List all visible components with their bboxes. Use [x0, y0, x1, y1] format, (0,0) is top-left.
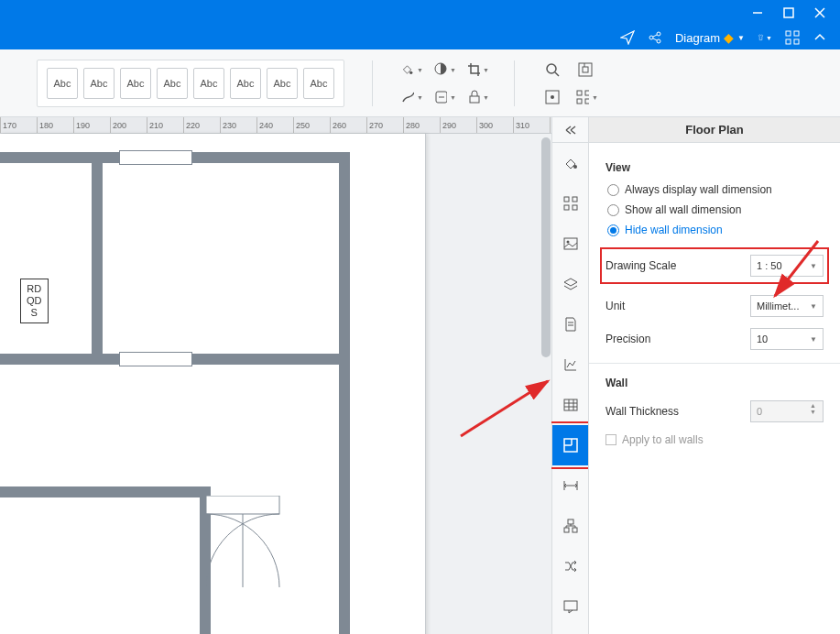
image-tab-icon[interactable]	[552, 224, 589, 264]
lock-icon[interactable]: ▼	[466, 87, 486, 107]
precision-select[interactable]: 10 ▼	[750, 328, 824, 350]
drawing-scale-select[interactable]: 1 : 50 ▼	[750, 255, 824, 277]
chevron-down-icon: ▼	[737, 34, 745, 42]
svg-point-13	[409, 71, 412, 73]
radio-label: Always display wall dimension	[625, 183, 772, 196]
wall-heading: Wall	[605, 377, 824, 389]
separator	[514, 60, 515, 106]
svg-rect-26	[585, 91, 589, 95]
style-preset[interactable]: Abc	[120, 68, 151, 99]
unit-row: Unit Millimet... ▼	[605, 295, 824, 317]
svg-line-19	[555, 72, 559, 76]
page-tab-icon[interactable]	[552, 304, 589, 344]
apps-icon[interactable]	[785, 30, 800, 45]
fixture-shape	[206, 496, 307, 596]
dimension-tab-icon[interactable]	[552, 465, 589, 506]
svg-point-37	[566, 241, 569, 244]
fit-icon[interactable]	[542, 87, 562, 107]
svg-point-18	[547, 64, 556, 73]
label-line: QD	[27, 295, 42, 307]
text-icon[interactable]: ▼	[433, 87, 453, 107]
unit-select[interactable]: Millimet... ▼	[750, 295, 824, 317]
chart-tab-icon[interactable]	[552, 344, 589, 385]
share-icon[interactable]	[648, 30, 662, 45]
label-box[interactable]: RD QD S	[20, 279, 49, 323]
style-preset[interactable]: Abc	[267, 68, 298, 99]
hierarchy-tab-icon[interactable]	[552, 506, 589, 546]
svg-rect-40	[564, 399, 577, 410]
apply-all-walls[interactable]: Apply to all walls	[605, 433, 824, 446]
shape-style-gallery[interactable]: Abc Abc Abc Abc Abc Abc Abc Abc	[37, 60, 344, 107]
view-heading: View	[605, 161, 824, 174]
svg-line-7	[653, 35, 657, 37]
style-preset[interactable]: Abc	[47, 68, 78, 99]
style-preset[interactable]: Abc	[193, 68, 224, 99]
theme-tab-icon[interactable]	[552, 143, 589, 183]
format-toolbar: Abc Abc Abc Abc Abc Abc Abc Abc ▼ ▼ ▼ ▼ …	[0, 49, 840, 117]
svg-rect-51	[568, 519, 573, 524]
line-icon[interactable]: ▼	[400, 87, 420, 107]
minimize-button[interactable]	[750, 5, 765, 20]
select-value: 10	[757, 333, 768, 344]
collapse-panel-icon[interactable]	[552, 117, 589, 143]
radio-show-all[interactable]: Show all wall dimension	[605, 203, 824, 216]
maximize-button[interactable]	[781, 5, 796, 20]
close-button[interactable]	[813, 5, 827, 20]
chevron-down-icon: ▼	[810, 335, 817, 344]
shadow-icon[interactable]: ▼	[433, 60, 453, 80]
svg-rect-10	[794, 31, 799, 36]
vertical-scrollbar[interactable]	[540, 134, 551, 634]
panel-title: Floor Plan	[589, 117, 840, 143]
wall-thickness-row: Wall Thickness 0 ▲▼	[605, 400, 824, 422]
floorplan-tab-icon[interactable]	[552, 425, 589, 465]
separator	[372, 60, 373, 106]
radio-hide[interactable]: Hide wall dimension	[605, 224, 824, 236]
svg-rect-33	[573, 197, 577, 202]
style-preset[interactable]: Abc	[83, 68, 115, 99]
style-preset[interactable]: Abc	[230, 68, 261, 99]
radio-icon	[607, 224, 619, 236]
svg-point-6	[657, 39, 660, 43]
select-value: Millimet...	[757, 301, 799, 312]
svg-rect-32	[564, 197, 569, 202]
field-label: Wall Thickness	[605, 405, 679, 418]
radio-always-display[interactable]: Always display wall dimension	[605, 183, 824, 196]
drawing-scale-row: Drawing Scale 1 : 50 ▼	[600, 247, 829, 284]
svg-rect-58	[564, 601, 577, 610]
radio-label: Hide wall dimension	[625, 224, 723, 236]
send-icon[interactable]	[620, 30, 635, 45]
canvas[interactable]: 170180190200 210220230240 250260270280 2…	[0, 117, 551, 634]
precision-row: Precision 10 ▼	[605, 328, 824, 350]
focus-icon[interactable]	[575, 60, 595, 80]
drawing-page[interactable]: RD QD S	[0, 134, 426, 634]
table-tab-icon[interactable]	[552, 385, 589, 425]
svg-rect-21	[583, 67, 588, 72]
grid-icon[interactable]: ▼	[575, 87, 595, 107]
svg-rect-12	[794, 39, 799, 44]
chevron-up-icon[interactable]: ▲	[810, 402, 821, 409]
wall-thickness-input[interactable]: 0 ▲▼	[750, 400, 824, 422]
diagram-menu[interactable]: Diagram ◆ ▼	[675, 30, 745, 45]
fill-icon[interactable]: ▼	[400, 60, 420, 80]
svg-rect-20	[579, 63, 592, 76]
svg-point-31	[573, 165, 577, 169]
radio-icon	[607, 204, 619, 216]
chevron-down-icon[interactable]: ▼	[810, 409, 821, 415]
tshirt-icon[interactable]: ▼	[758, 30, 772, 45]
svg-point-24	[551, 95, 554, 99]
layout-tab-icon[interactable]	[552, 183, 589, 224]
titlebar: Diagram ◆ ▼ ▼	[0, 0, 840, 49]
svg-point-4	[649, 36, 653, 39]
layers-tab-icon[interactable]	[552, 264, 589, 304]
shuffle-tab-icon[interactable]	[552, 546, 589, 586]
svg-rect-17	[470, 96, 479, 103]
divider	[589, 363, 840, 364]
style-preset[interactable]: Abc	[157, 68, 188, 99]
svg-rect-28	[585, 99, 589, 104]
diamond-icon: ◆	[724, 30, 734, 45]
crop-icon[interactable]: ▼	[466, 60, 486, 80]
comment-tab-icon[interactable]	[552, 586, 589, 627]
style-preset[interactable]: Abc	[303, 68, 334, 99]
search-icon[interactable]	[542, 60, 562, 80]
collapse-up-icon[interactable]	[813, 30, 827, 45]
